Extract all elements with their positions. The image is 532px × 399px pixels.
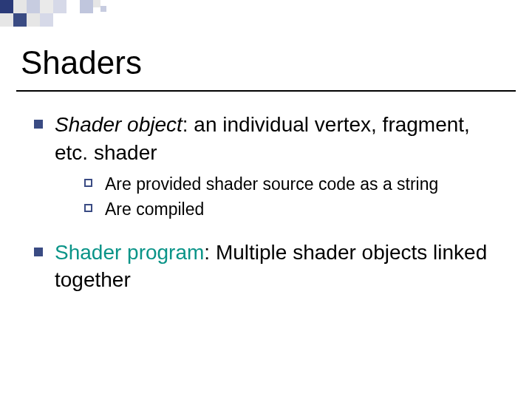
deco-square (66, 0, 80, 13)
deco-square (100, 6, 106, 12)
deco-square (80, 0, 93, 13)
deco-square (40, 0, 53, 13)
sub-bullet-item: Are provided shader source code as a str… (55, 171, 502, 197)
sub-bullet-text: Are compiled (105, 200, 204, 219)
title-underline (16, 90, 516, 92)
bullet-term: Shader program (55, 241, 204, 264)
hollow-square-bullet-icon (84, 179, 92, 187)
square-bullet-icon (34, 248, 43, 256)
deco-square (13, 0, 27, 13)
sub-bullet-item: Are compiled (55, 197, 502, 222)
deco-square (0, 13, 13, 27)
bullet-item: Shader object: an individual vertex, fra… (30, 111, 502, 222)
deco-square (13, 13, 27, 27)
hollow-square-bullet-icon (84, 204, 92, 212)
square-bullet-icon (34, 120, 43, 129)
deco-square (93, 0, 100, 7)
deco-square (40, 13, 53, 27)
sub-bullet-group: Are provided shader source code as a str… (55, 171, 502, 222)
bullet-item: Shader program: Multiple shader objects … (30, 239, 502, 295)
slide-body: Shader object: an individual vertex, fra… (30, 111, 502, 310)
corner-decoration (0, 0, 133, 33)
bullet-term: Shader object (55, 113, 183, 136)
deco-square (0, 0, 13, 13)
deco-square (27, 13, 40, 27)
deco-square (53, 0, 66, 13)
slide-title: Shaders (21, 44, 142, 81)
sub-bullet-text: Are provided shader source code as a str… (105, 174, 438, 194)
deco-square (27, 0, 40, 13)
